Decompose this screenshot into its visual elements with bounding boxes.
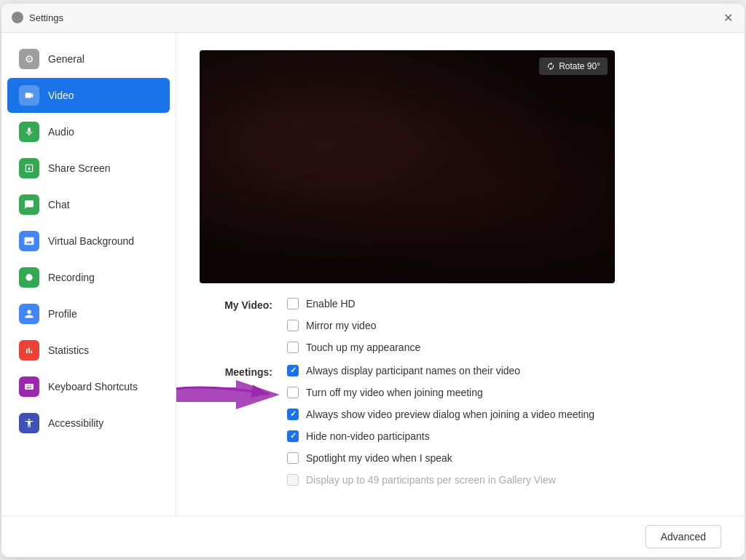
sidebar-label-keyboard: Keyboard Shortcuts: [48, 381, 138, 393]
settings-window: Settings ✕ ⚙ General Video A: [1, 4, 745, 557]
keyboard-icon: [19, 376, 39, 397]
spotlight-row[interactable]: Spotlight my video when I speak: [287, 452, 594, 464]
audio-icon: [19, 122, 39, 142]
general-icon: ⚙: [19, 49, 39, 69]
sidebar-item-keyboard[interactable]: Keyboard Shortcuts: [7, 369, 170, 404]
titlebar-left: Settings: [12, 12, 63, 23]
recording-icon: [19, 267, 39, 288]
touch-up-row[interactable]: Touch up my appearance: [287, 342, 420, 353]
my-video-label: My Video:: [200, 298, 272, 311]
sidebar-label-chat: Chat: [48, 199, 70, 210]
accessibility-icon: [19, 413, 39, 433]
profile-icon: [19, 304, 39, 324]
my-video-section: My Video: Enable HD Mirror my video Touc…: [200, 298, 721, 353]
bottom-bar: Advanced: [1, 516, 745, 557]
sidebar-item-audio[interactable]: Audio: [7, 114, 170, 149]
sidebar-label-video: Video: [48, 90, 74, 101]
show-preview-row[interactable]: Always show video preview dialog when jo…: [287, 409, 594, 420]
big-arrow: [176, 376, 280, 413]
display-names-checkbox[interactable]: [287, 365, 299, 376]
sidebar-label-general: General: [48, 53, 85, 65]
display-names-row[interactable]: Always display participant names on thei…: [287, 365, 594, 376]
sidebar-item-profile[interactable]: Profile: [7, 296, 170, 331]
meetings-label: Meetings:: [200, 365, 272, 378]
sidebar-label-profile: Profile: [48, 308, 77, 320]
advanced-button[interactable]: Advanced: [645, 525, 721, 548]
my-video-options: Enable HD Mirror my video Touch up my ap…: [287, 298, 420, 353]
rotate-button[interactable]: Rotate 90°: [539, 58, 608, 75]
main-content: Rotate 90° My Video: Enable HD Mirror my…: [176, 33, 745, 516]
mirror-video-row[interactable]: Mirror my video: [287, 320, 420, 331]
hide-non-video-label: Hide non-video participants: [306, 430, 430, 442]
sidebar-item-virtualbg[interactable]: Virtual Background: [7, 224, 170, 259]
sidebar-item-recording[interactable]: Recording: [7, 260, 170, 295]
video-noise: [200, 50, 615, 283]
sidebar-item-sharescreen[interactable]: Share Screen: [7, 151, 170, 186]
sidebar-label-accessibility: Accessibility: [48, 417, 103, 429]
enable-hd-label: Enable HD: [306, 298, 356, 309]
statistics-icon: [19, 340, 39, 360]
spotlight-checkbox[interactable]: [287, 452, 299, 464]
spotlight-label: Spotlight my video when I speak: [306, 452, 452, 464]
gallery-49-row: Display up to 49 participants per screen…: [287, 474, 594, 486]
enable-hd-row[interactable]: Enable HD: [287, 298, 420, 309]
sidebar-item-accessibility[interactable]: Accessibility: [7, 406, 170, 441]
sidebar-item-video[interactable]: Video: [7, 78, 170, 113]
app-icon: [12, 12, 23, 23]
sharescreen-icon: [19, 158, 39, 178]
sidebar-item-statistics[interactable]: Statistics: [7, 333, 170, 368]
meetings-options: Always display participant names on thei…: [287, 365, 594, 486]
rotate-label: Rotate 90°: [559, 61, 600, 71]
close-button[interactable]: ✕: [721, 11, 734, 24]
svg-marker-2: [176, 380, 280, 409]
sidebar-item-general[interactable]: ⚙ General: [7, 42, 170, 76]
video-icon: [19, 85, 39, 106]
turn-off-video-label: Turn off my video when joining meeting: [306, 387, 483, 398]
mirror-video-label: Mirror my video: [306, 320, 376, 331]
content-area: ⚙ General Video Audio: [1, 33, 745, 516]
sidebar-label-sharescreen: Share Screen: [48, 162, 111, 174]
show-preview-label: Always show video preview dialog when jo…: [306, 409, 594, 420]
sidebar-item-chat[interactable]: Chat: [7, 187, 170, 222]
sidebar-label-audio: Audio: [48, 126, 74, 138]
sidebar: ⚙ General Video Audio: [1, 33, 176, 516]
display-names-label: Always display participant names on thei…: [306, 365, 520, 376]
gallery-49-checkbox: [287, 474, 299, 486]
mirror-video-checkbox[interactable]: [287, 320, 299, 331]
meetings-section: Meetings: Always display participant nam…: [200, 365, 721, 486]
touch-up-label: Touch up my appearance: [306, 342, 420, 353]
window-title: Settings: [29, 12, 63, 23]
sidebar-label-virtualbg: Virtual Background: [48, 235, 134, 247]
titlebar: Settings ✕: [1, 4, 745, 33]
hide-non-video-checkbox[interactable]: [287, 430, 299, 442]
turn-off-video-checkbox[interactable]: [287, 387, 299, 398]
hide-non-video-row[interactable]: Hide non-video participants: [287, 430, 594, 442]
video-preview: Rotate 90°: [200, 50, 615, 283]
enable-hd-checkbox[interactable]: [287, 298, 299, 309]
show-preview-checkbox[interactable]: [287, 409, 299, 420]
virtualbg-icon: [19, 231, 39, 251]
sidebar-label-recording: Recording: [48, 272, 95, 283]
touch-up-checkbox[interactable]: [287, 342, 299, 353]
chat-icon: [19, 194, 39, 215]
svg-point-0: [25, 274, 32, 280]
turn-off-video-row[interactable]: Turn off my video when joining meeting: [287, 387, 594, 398]
arrow-annotation: [176, 374, 283, 414]
sidebar-label-statistics: Statistics: [48, 344, 89, 356]
gallery-49-label: Display up to 49 participants per screen…: [306, 474, 556, 486]
